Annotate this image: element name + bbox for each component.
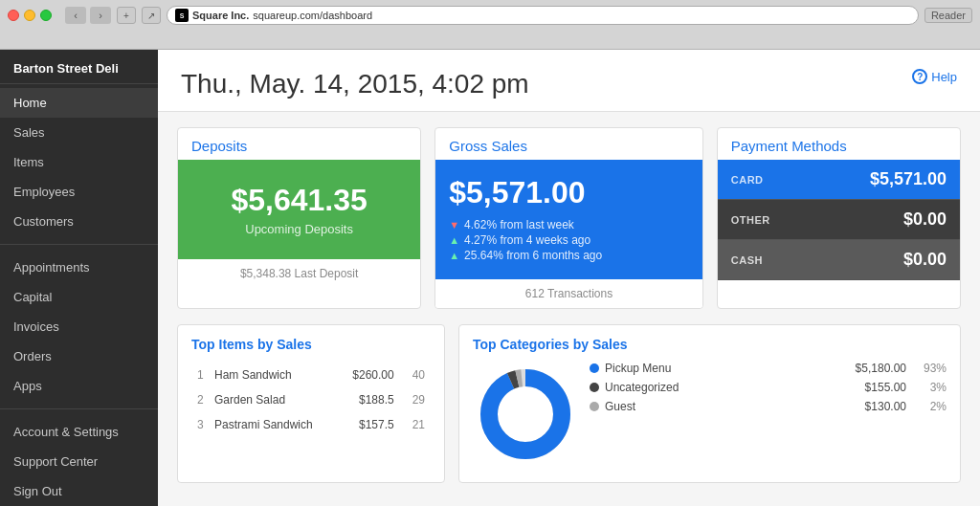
legend-pct-guest: 2% bbox=[920, 400, 947, 413]
table-row: 1 Ham Sandwich $260.00 40 bbox=[193, 363, 429, 386]
payment-methods-card: Payment Methods CARD $5,571.00 OTHER $0.… bbox=[717, 127, 961, 309]
item-count: 40 bbox=[400, 363, 429, 386]
payment-cash-label: CASH bbox=[731, 254, 763, 266]
dashboard: Deposits $5,641.35 Upcoming Deposits $5,… bbox=[158, 112, 980, 498]
item-name: Garden Salad bbox=[211, 388, 337, 411]
payment-cash-row: CASH $0.00 bbox=[718, 240, 960, 280]
payment-other-label: OTHER bbox=[731, 214, 770, 226]
help-label: Help bbox=[931, 70, 957, 84]
gross-sales-card: Gross Sales $5,571.00 ▼ 4.62% from last … bbox=[434, 127, 703, 309]
address-company: Square Inc. bbox=[192, 10, 249, 21]
gross-sales-title: Gross Sales bbox=[435, 128, 702, 160]
item-rank: 3 bbox=[193, 413, 209, 436]
back-button[interactable]: ‹ bbox=[65, 7, 86, 24]
address-bar[interactable]: S Square Inc. squareup.com/dashboard bbox=[167, 6, 919, 25]
page-title: Thu., May. 14, 2015, 4:02 pm bbox=[181, 69, 529, 99]
new-tab-button[interactable]: + bbox=[117, 7, 136, 24]
deposits-card: Deposits $5,641.35 Upcoming Deposits $5,… bbox=[177, 127, 421, 309]
top-items-card: Top Items by Sales 1 Ham Sandwich $260.0… bbox=[177, 324, 445, 483]
legend-amount-pickup: $5,180.00 bbox=[856, 362, 906, 375]
sidebar-item-appointments[interactable]: Appointments bbox=[0, 253, 158, 282]
gross-stat-1-text: 4.62% from last week bbox=[464, 218, 574, 231]
payment-card-label: CARD bbox=[731, 174, 764, 186]
sidebar-brand: Barton Street Deli bbox=[0, 50, 158, 84]
reader-button[interactable]: Reader bbox=[924, 8, 972, 23]
legend-amount-guest: $130.00 bbox=[865, 400, 906, 413]
legend-amount-uncategorized: $155.00 bbox=[865, 381, 906, 394]
categories-legend: Pickup Menu $5,180.00 93% Uncategorized … bbox=[590, 362, 947, 419]
help-button[interactable]: ? Help bbox=[912, 69, 957, 84]
gross-stat-3-text: 25.64% from 6 months ago bbox=[464, 249, 602, 262]
sidebar-item-support-center[interactable]: Support Center bbox=[0, 447, 158, 476]
sidebar-item-home[interactable]: Home bbox=[0, 88, 158, 118]
main-content: Thu., May. 14, 2015, 4:02 pm ? Help Depo… bbox=[158, 50, 980, 506]
table-row: 2 Garden Salad $188.5 29 bbox=[193, 388, 429, 411]
maximize-button[interactable] bbox=[40, 10, 52, 21]
top-categories-title: Top Categories by Sales bbox=[473, 337, 947, 352]
svg-point-4 bbox=[499, 387, 552, 441]
payment-card-value: $5,571.00 bbox=[870, 169, 947, 189]
gross-sales-amount: $5,571.00 bbox=[449, 175, 689, 210]
item-name: Ham Sandwich bbox=[211, 363, 337, 386]
sidebar-divider-1 bbox=[0, 244, 158, 245]
down-icon: ▼ bbox=[449, 219, 459, 231]
sidebar-item-orders[interactable]: Orders bbox=[0, 341, 158, 371]
deposits-amount-box: $5,641.35 Upcoming Deposits bbox=[178, 160, 420, 259]
item-amount: $188.5 bbox=[339, 388, 397, 411]
browser-chrome: ‹ › + ↗ S Square Inc. squareup.com/dashb… bbox=[0, 0, 980, 50]
gross-stats: ▼ 4.62% from last week ▲ 4.27% from 4 we… bbox=[449, 218, 689, 262]
deposits-title: Deposits bbox=[178, 128, 420, 160]
sidebar-item-invoices[interactable]: Invoices bbox=[0, 312, 158, 341]
sidebar-item-account-settings[interactable]: Account & Settings bbox=[0, 417, 158, 447]
legend-item-pickup: Pickup Menu $5,180.00 93% bbox=[590, 362, 947, 375]
sidebar-item-employees[interactable]: Employees bbox=[0, 177, 158, 207]
legend-pct-pickup: 93% bbox=[920, 362, 947, 375]
sidebar-item-capital[interactable]: Capital bbox=[0, 282, 158, 312]
top-items-title: Top Items by Sales bbox=[191, 337, 431, 352]
item-count: 21 bbox=[400, 413, 429, 436]
deposits-subtitle: Upcoming Deposits bbox=[191, 222, 407, 236]
legend-name-uncategorized: Uncategorized bbox=[605, 381, 859, 394]
minimize-button[interactable] bbox=[24, 10, 35, 21]
legend-item-guest: Guest $130.00 2% bbox=[590, 400, 947, 413]
forward-button[interactable]: › bbox=[90, 7, 111, 24]
sidebar-item-sales[interactable]: Sales bbox=[0, 118, 158, 147]
sidebar-item-items[interactable]: Items bbox=[0, 147, 158, 177]
legend-pct-uncategorized: 3% bbox=[920, 381, 947, 394]
sidebar-item-apps[interactable]: Apps bbox=[0, 371, 158, 401]
sidebar-item-sign-out[interactable]: Sign Out bbox=[0, 476, 158, 506]
legend-dot-uncategorized bbox=[590, 383, 599, 392]
bottom-row: Top Items by Sales 1 Ham Sandwich $260.0… bbox=[177, 324, 961, 483]
item-rank: 2 bbox=[193, 388, 209, 411]
categories-content: Pickup Menu $5,180.00 93% Uncategorized … bbox=[473, 362, 947, 471]
sidebar-nav: Home Sales Items Employees Customers App… bbox=[0, 84, 158, 506]
legend-dot-guest bbox=[590, 402, 599, 411]
item-rank: 1 bbox=[193, 363, 209, 386]
payment-cash-value: $0.00 bbox=[903, 250, 947, 270]
close-button[interactable] bbox=[8, 10, 19, 21]
top-categories-card: Top Categories by Sales bbox=[458, 324, 961, 483]
gross-amount-box: $5,571.00 ▼ 4.62% from last week ▲ 4.27%… bbox=[435, 160, 702, 279]
items-table: 1 Ham Sandwich $260.00 40 2 Garden Salad… bbox=[191, 362, 431, 438]
gross-stat-1: ▼ 4.62% from last week bbox=[449, 218, 689, 231]
legend-dot-pickup bbox=[590, 363, 599, 373]
address-url: squareup.com/dashboard bbox=[253, 10, 372, 21]
sidebar: Barton Street Deli Home Sales Items Empl… bbox=[0, 50, 158, 506]
item-amount: $157.5 bbox=[339, 413, 397, 436]
favicon: S bbox=[175, 9, 189, 22]
item-count: 29 bbox=[400, 388, 429, 411]
main-header: Thu., May. 14, 2015, 4:02 pm ? Help bbox=[158, 50, 980, 112]
payment-card-row: CARD $5,571.00 bbox=[718, 160, 960, 200]
cards-row: Deposits $5,641.35 Upcoming Deposits $5,… bbox=[177, 127, 961, 309]
gross-stat-2-text: 4.27% from 4 weeks ago bbox=[464, 233, 590, 247]
table-row: 3 Pastrami Sandwich $157.5 21 bbox=[193, 413, 429, 436]
donut-chart bbox=[473, 362, 578, 471]
share-button[interactable]: ↗ bbox=[142, 7, 161, 24]
sidebar-divider-2 bbox=[0, 408, 158, 409]
payment-other-value: $0.00 bbox=[903, 209, 947, 230]
up-icon-1: ▲ bbox=[449, 234, 459, 246]
sidebar-item-customers[interactable]: Customers bbox=[0, 207, 158, 236]
item-amount: $260.00 bbox=[339, 363, 397, 386]
payment-methods-title: Payment Methods bbox=[718, 128, 960, 160]
payment-other-row: OTHER $0.00 bbox=[718, 200, 960, 240]
